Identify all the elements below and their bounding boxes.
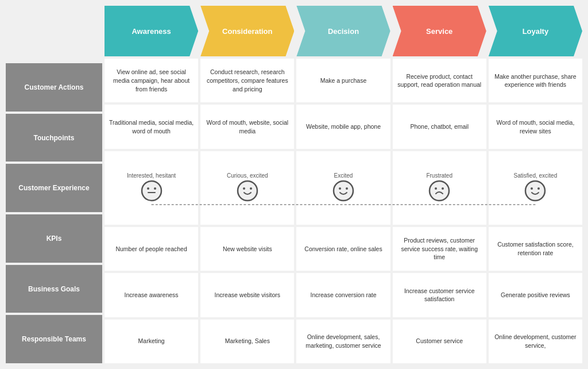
stage-body-decision: Make a purchaseWebsite, mobile app, phon… bbox=[296, 59, 390, 363]
svg-point-9 bbox=[346, 187, 348, 190]
cell-teams-decision: Online development, sales, marketing, cu… bbox=[296, 320, 390, 363]
exp-label-decision: Excited bbox=[334, 172, 353, 179]
cell-kpis-consideration: New website visits bbox=[200, 227, 294, 271]
stage-header-loyalty: Loyalty bbox=[489, 6, 582, 56]
exp-label-consideration: Curious, excited bbox=[227, 172, 268, 179]
stage-col-awareness: AwarenessView online ad, see social medi… bbox=[105, 6, 198, 363]
label-column: Customer Actions Touchpoints Customer Ex… bbox=[6, 63, 102, 363]
cell-kpis-loyalty: Customer satisfaction score, retention r… bbox=[489, 227, 582, 271]
stage-label-loyalty: Loyalty bbox=[523, 27, 549, 36]
svg-point-13 bbox=[525, 181, 545, 201]
stage-body-awareness: View online ad, see social media campaig… bbox=[105, 59, 198, 363]
cell-teams-loyalty: Online development, customer service, bbox=[489, 320, 582, 363]
emoji-loyalty bbox=[524, 180, 546, 203]
emoji-consideration bbox=[237, 180, 258, 203]
stage-col-service: ServiceReceive product, contact support,… bbox=[393, 6, 486, 363]
label-customer-actions: Customer Actions bbox=[6, 63, 102, 112]
svg-point-1 bbox=[147, 187, 149, 190]
exp-label-loyalty: Satisfied, excited bbox=[514, 172, 558, 179]
cell-goals-loyalty: Generate positive reviews bbox=[489, 273, 582, 317]
cell-touchpoints-decision: Website, mobile app, phone bbox=[296, 105, 390, 148]
exp-label-service: Frustrated bbox=[426, 172, 452, 179]
cell-goals-service: Increase customer service satisfaction bbox=[393, 273, 486, 317]
cell-touchpoints-awareness: Traditional media, social media, word of… bbox=[105, 105, 198, 148]
cell-goals-consideration: Increase website visitors bbox=[200, 273, 294, 317]
stage-label-consideration: Consideration bbox=[222, 27, 272, 36]
svg-point-15 bbox=[537, 187, 540, 190]
cell-kpis-decision: Conversion rate, online sales bbox=[296, 227, 390, 271]
cell-experience-decision: Excited bbox=[296, 151, 390, 225]
svg-point-7 bbox=[334, 181, 353, 201]
svg-point-6 bbox=[250, 187, 252, 190]
cell-experience-service: Frustrated bbox=[393, 151, 486, 225]
cell-touchpoints-service: Phone, chatbot, email bbox=[393, 105, 486, 148]
cell-actions-consideration: Conduct research, research competitors, … bbox=[200, 59, 294, 102]
svg-point-12 bbox=[442, 187, 444, 190]
svg-point-4 bbox=[238, 181, 257, 201]
label-responsible-teams: Responsible Teams bbox=[6, 315, 102, 363]
cell-experience-awareness: Interested, hesitant bbox=[105, 151, 198, 225]
cell-kpis-awareness: Number of people reached bbox=[105, 227, 198, 271]
svg-point-2 bbox=[154, 187, 156, 190]
cell-touchpoints-loyalty: Word of mouth, social media, review site… bbox=[489, 105, 582, 148]
label-touchpoints: Touchpoints bbox=[6, 114, 102, 162]
cell-touchpoints-consideration: Word of mouth, website, social media bbox=[200, 105, 294, 148]
stage-header-awareness: Awareness bbox=[105, 6, 198, 56]
cell-goals-awareness: Increase awareness bbox=[105, 273, 198, 317]
stage-header-consideration: Consideration bbox=[200, 6, 294, 56]
cell-actions-loyalty: Make another purchase, share experience … bbox=[489, 59, 582, 102]
cell-teams-consideration: Marketing, Sales bbox=[200, 320, 294, 363]
stage-label-awareness: Awareness bbox=[131, 27, 171, 36]
cell-teams-service: Customer service bbox=[393, 320, 486, 363]
svg-point-11 bbox=[435, 187, 437, 190]
stage-body-loyalty: Make another purchase, share experience … bbox=[489, 59, 582, 363]
label-customer-experience: Customer Experience bbox=[6, 164, 102, 212]
cell-kpis-service: Product reviews, customer service succes… bbox=[393, 227, 486, 271]
exp-label-awareness: Interested, hesitant bbox=[127, 172, 176, 179]
stage-col-decision: DecisionMake a purchaseWebsite, mobile a… bbox=[296, 6, 390, 363]
stage-col-consideration: ConsiderationConduct research, research … bbox=[200, 6, 294, 363]
main-container: Customer Actions Touchpoints Customer Ex… bbox=[0, 0, 588, 369]
stage-header-decision: Decision bbox=[296, 6, 390, 56]
emoji-service bbox=[428, 180, 450, 203]
stage-col-loyalty: LoyaltyMake another purchase, share expe… bbox=[489, 6, 582, 363]
emoji-decision bbox=[332, 180, 354, 203]
emoji-awareness bbox=[141, 180, 163, 203]
svg-point-10 bbox=[430, 181, 449, 201]
stages-container: AwarenessView online ad, see social medi… bbox=[105, 6, 582, 363]
svg-point-0 bbox=[142, 181, 161, 201]
svg-point-8 bbox=[339, 187, 341, 190]
label-kpis: KPIs bbox=[6, 214, 102, 263]
label-business-goals: Business Goals bbox=[6, 265, 102, 313]
cell-experience-loyalty: Satisfied, excited bbox=[489, 151, 582, 225]
stage-header-service: Service bbox=[393, 6, 486, 56]
cell-actions-awareness: View online ad, see social media campaig… bbox=[105, 59, 198, 102]
svg-point-5 bbox=[243, 187, 245, 190]
cell-actions-decision: Make a purchase bbox=[296, 59, 390, 102]
cell-experience-consideration: Curious, excited bbox=[200, 151, 294, 225]
stage-label-decision: Decision bbox=[328, 27, 359, 36]
svg-point-14 bbox=[531, 187, 533, 190]
stage-label-service: Service bbox=[426, 27, 452, 36]
cell-goals-decision: Increase conversion rate bbox=[296, 273, 390, 317]
stage-body-consideration: Conduct research, research competitors, … bbox=[200, 59, 294, 363]
cell-actions-service: Receive product, contact support, read o… bbox=[393, 59, 486, 102]
cell-teams-awareness: Marketing bbox=[105, 320, 198, 363]
stage-body-service: Receive product, contact support, read o… bbox=[393, 59, 486, 363]
